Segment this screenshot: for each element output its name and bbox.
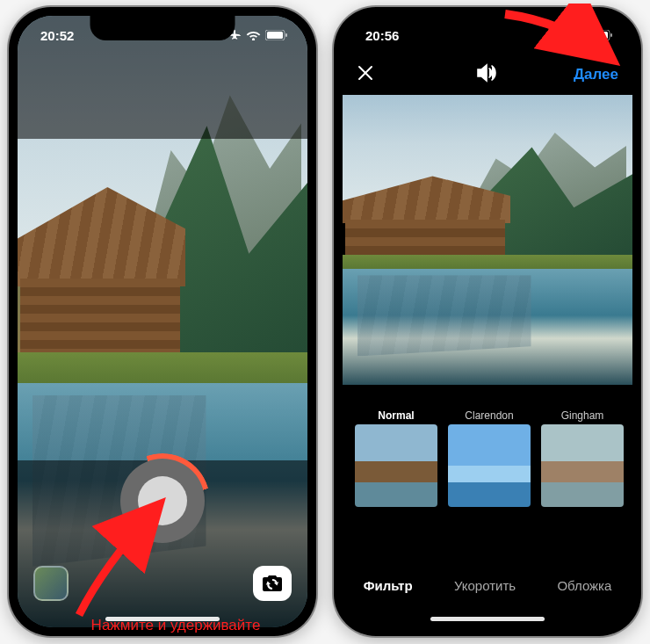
filter-thumb xyxy=(355,424,437,507)
filter-thumb xyxy=(541,424,624,507)
close-button[interactable] xyxy=(357,64,374,85)
editor-tabs: Фильтр Укоротить Обложка xyxy=(343,561,632,610)
wifi-icon xyxy=(571,30,586,40)
filter-label: Clarendon xyxy=(465,407,513,424)
filter-clarendon[interactable]: Clarendon xyxy=(446,407,532,521)
svg-rect-2 xyxy=(285,33,287,37)
next-button[interactable]: Далее xyxy=(574,66,618,83)
status-icons xyxy=(228,29,288,41)
svg-rect-4 xyxy=(592,32,608,39)
svg-rect-1 xyxy=(267,32,283,39)
flip-camera-icon xyxy=(261,574,284,593)
filter-strip[interactable]: Normal Clarendon Gingham M xyxy=(343,407,632,521)
phone-left: 20:52 xyxy=(9,7,316,636)
status-icons xyxy=(552,29,613,41)
speaker-icon xyxy=(476,63,499,83)
filter-thumb xyxy=(448,424,531,507)
status-time: 20:52 xyxy=(40,28,93,43)
video-preview[interactable] xyxy=(343,95,632,385)
screen-camera: 20:52 xyxy=(18,16,307,627)
sound-toggle-button[interactable] xyxy=(476,63,499,86)
tab-cover[interactable]: Обложка xyxy=(557,578,611,593)
callout-caption: Нажмите и удерживайте xyxy=(79,617,272,634)
tab-trim[interactable]: Укоротить xyxy=(454,578,516,593)
battery-icon xyxy=(265,30,288,40)
gallery-thumb-button[interactable] xyxy=(33,566,69,601)
filter-label: Normal xyxy=(378,407,414,424)
notch xyxy=(90,16,235,40)
screen-editor: 20:56 Далее xyxy=(343,16,632,627)
close-icon xyxy=(357,64,374,82)
wifi-icon xyxy=(246,30,261,40)
svg-rect-5 xyxy=(610,33,612,37)
filter-gingham[interactable]: Gingham xyxy=(539,407,625,521)
editor-topbar: Далее xyxy=(343,54,632,95)
phone-right: 20:56 Далее xyxy=(334,7,641,636)
notch xyxy=(415,16,560,40)
scene-painting xyxy=(343,95,632,385)
tab-filter[interactable]: Фильтр xyxy=(364,578,413,593)
record-button[interactable] xyxy=(115,453,210,548)
filter-normal[interactable]: Normal xyxy=(353,407,439,521)
home-indicator[interactable] xyxy=(430,617,545,621)
status-time: 20:56 xyxy=(365,28,418,43)
battery-icon xyxy=(590,30,613,40)
filter-label: Gingham xyxy=(561,407,604,424)
switch-camera-button[interactable] xyxy=(253,566,292,601)
